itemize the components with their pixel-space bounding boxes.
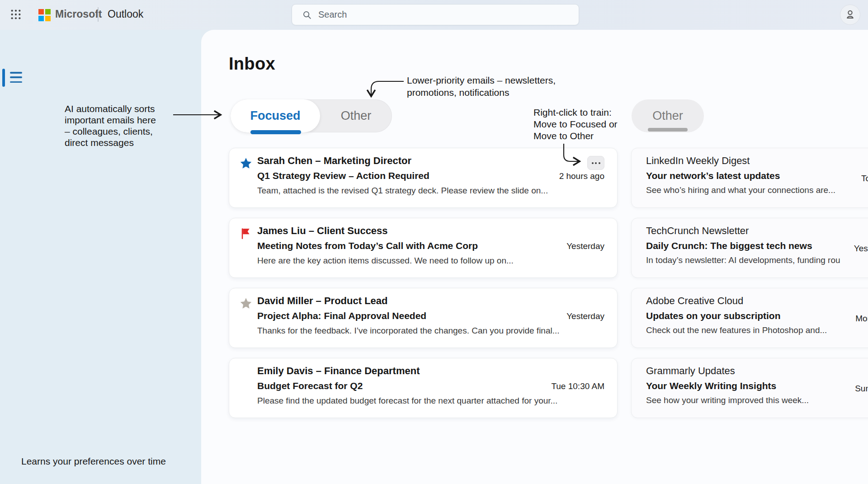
email-sender: LinkedIn Weekly Digest	[646, 154, 868, 168]
email-sender: Grammarly Updates	[646, 364, 868, 378]
email-preview: Thanks for the feedback. I’ve incorporat…	[257, 324, 604, 338]
email-timestamp: 2 hours ago	[559, 169, 604, 183]
email-preview: Please find the updated budget forecast …	[257, 394, 604, 408]
flag-icon	[239, 227, 254, 241]
email-preview: In today’s newsletter: AI developments, …	[646, 253, 868, 267]
page-title: Inbox	[229, 54, 275, 74]
search-input[interactable]	[318, 9, 579, 20]
person-icon	[844, 9, 856, 21]
focused-email-card[interactable]: Sarah Chen – Marketing Director Q1 Strat…	[229, 148, 618, 208]
annotation-other-note: Lower-priority emails – newsletters, pro…	[407, 74, 556, 99]
email-timestamp: To	[861, 174, 868, 183]
email-sender: Adobe Creative Cloud	[646, 294, 868, 308]
email-preview: Check out the new features in Photoshop …	[646, 323, 868, 337]
email-preview: Team, attached is the revised Q1 strateg…	[257, 183, 604, 197]
focused-email-card[interactable]: Emily Davis – Finance Department Budget …	[229, 358, 618, 418]
more-options-button[interactable]	[587, 156, 604, 170]
top-bar: Microsoft Outlook	[0, 0, 868, 30]
other-column-tab-underline	[648, 128, 688, 132]
app-launcher-grid-icon	[10, 9, 22, 20]
email-sender: Emily Davis – Finance Department	[257, 364, 604, 378]
other-email-card[interactable]: Adobe Creative Cloud Updates on your sub…	[631, 288, 868, 348]
email-subject: Updates on your subscription	[646, 308, 781, 323]
no-icon	[239, 367, 254, 381]
header-divider	[98, 7, 99, 22]
tab-focused[interactable]: Focused	[231, 99, 320, 132]
app-launcher-button[interactable]	[7, 6, 24, 23]
focused-email-card[interactable]: James Liu – Client Success Meeting Notes…	[229, 218, 618, 278]
annotation-learns-note: Learns your preferences over time	[21, 456, 166, 467]
email-preview: See who’s hiring and what your connectio…	[646, 183, 868, 197]
tab-focused-label: Focused	[250, 109, 300, 123]
other-email-card[interactable]: Grammarly Updates Your Weekly Writing In…	[631, 358, 868, 418]
other-email-card[interactable]: LinkedIn Weekly Digest Your network’s la…	[631, 148, 868, 208]
microsoft-wordmark: Microsoft	[55, 8, 102, 20]
email-timestamp: Yesterday	[566, 239, 604, 254]
email-preview: See how your writing improved this week.…	[646, 393, 868, 407]
email-sender: Sarah Chen – Marketing Director	[257, 154, 604, 168]
email-subject: Meeting Notes from Today’s Call with Acm…	[257, 238, 478, 253]
search-icon	[302, 10, 312, 20]
email-subject: Project Alpha: Final Approval Needed	[257, 308, 426, 323]
email-timestamp: Mor	[855, 314, 868, 324]
focused-email-card[interactable]: David Miller – Product Lead Project Alph…	[229, 288, 618, 348]
email-sender: TechCrunch Newsletter	[646, 224, 868, 238]
microsoft-logo-icon	[38, 9, 51, 21]
star-icon	[239, 157, 254, 171]
email-subject: Your network’s latest updates	[646, 168, 780, 183]
tab-other-label: Other	[341, 109, 372, 123]
annotation-focused-note: AI automatically sorts important emails …	[65, 103, 156, 148]
email-preview: Here are the key action items discussed.…	[257, 254, 604, 268]
email-timestamp: Sun	[855, 384, 868, 394]
tab-focused-underline	[250, 130, 301, 134]
email-subject: Budget Forecast for Q2	[257, 378, 363, 393]
inbox-tab-group: Focused Other	[231, 99, 392, 132]
app-title: Outlook	[108, 8, 143, 20]
sidebar	[0, 30, 201, 484]
email-subject: Q1 Strategy Review – Action Required	[257, 168, 429, 183]
email-subject: Daily Crunch: The biggest tech news	[646, 238, 812, 253]
email-sender: James Liu – Client Success	[257, 224, 604, 238]
email-timestamp: Yesterday	[566, 309, 604, 324]
email-timestamp: Yest	[854, 244, 868, 254]
hamburger-icon	[10, 72, 22, 74]
account-button[interactable]	[840, 5, 860, 25]
star-icon	[239, 297, 254, 311]
ellipsis-icon	[592, 162, 594, 164]
hamburger-menu-button[interactable]	[10, 70, 24, 84]
email-sender: David Miller – Product Lead	[257, 294, 604, 308]
sidebar-accent-bar	[2, 69, 5, 87]
email-timestamp: Tue 10:30 AM	[551, 379, 604, 394]
other-email-card[interactable]: TechCrunch Newsletter Daily Crunch: The …	[631, 218, 868, 278]
other-column-tab[interactable]: Other	[632, 99, 704, 132]
search-bar[interactable]	[292, 4, 579, 25]
email-subject: Your Weekly Writing Insights	[646, 378, 776, 393]
annotation-train-note: Right-click to train: Move to Focused or…	[533, 107, 618, 142]
tab-other[interactable]: Other	[320, 99, 392, 132]
